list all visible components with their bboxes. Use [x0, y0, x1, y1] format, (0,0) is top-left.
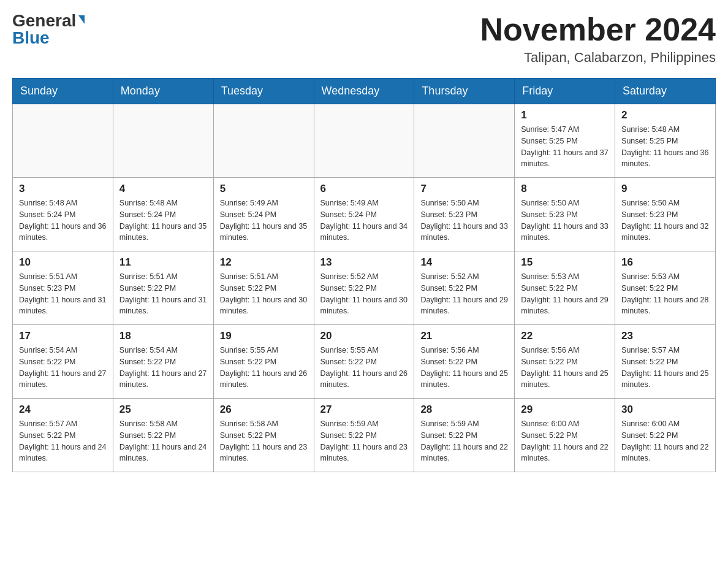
calendar-cell: 5Sunrise: 5:49 AMSunset: 5:24 PMDaylight…	[213, 178, 314, 251]
day-number: 5	[220, 183, 308, 195]
calendar-cell: 12Sunrise: 5:51 AMSunset: 5:22 PMDayligh…	[213, 251, 314, 325]
calendar-cell: 2Sunrise: 5:48 AMSunset: 5:25 PMDaylight…	[615, 104, 716, 178]
day-info: Sunrise: 5:59 AMSunset: 5:22 PMDaylight:…	[420, 418, 508, 464]
day-info: Sunrise: 5:49 AMSunset: 5:24 PMDaylight:…	[220, 197, 308, 243]
calendar-cell	[13, 104, 113, 178]
day-number: 12	[220, 256, 308, 269]
day-info: Sunrise: 5:48 AMSunset: 5:24 PMDaylight:…	[19, 197, 107, 243]
day-info: Sunrise: 5:57 AMSunset: 5:22 PMDaylight:…	[621, 345, 709, 391]
calendar-cell: 6Sunrise: 5:49 AMSunset: 5:24 PMDaylight…	[314, 178, 414, 251]
day-number: 15	[521, 256, 609, 269]
calendar-cell: 27Sunrise: 5:59 AMSunset: 5:22 PMDayligh…	[314, 399, 414, 472]
calendar-table: SundayMondayTuesdayWednesdayThursdayFrid…	[12, 78, 716, 472]
day-info: Sunrise: 5:53 AMSunset: 5:22 PMDaylight:…	[521, 271, 609, 317]
calendar-cell: 19Sunrise: 5:55 AMSunset: 5:22 PMDayligh…	[213, 325, 314, 399]
day-info: Sunrise: 5:53 AMSunset: 5:22 PMDaylight:…	[621, 271, 709, 317]
day-info: Sunrise: 5:58 AMSunset: 5:22 PMDaylight:…	[220, 418, 308, 464]
calendar-cell: 24Sunrise: 5:57 AMSunset: 5:22 PMDayligh…	[13, 399, 113, 472]
week-row: 17Sunrise: 5:54 AMSunset: 5:22 PMDayligh…	[13, 325, 716, 399]
day-number: 10	[19, 256, 107, 269]
day-number: 28	[420, 404, 508, 416]
day-number: 24	[19, 404, 107, 416]
calendar-cell: 3Sunrise: 5:48 AMSunset: 5:24 PMDaylight…	[13, 178, 113, 251]
day-info: Sunrise: 5:51 AMSunset: 5:22 PMDaylight:…	[220, 271, 308, 317]
week-row: 24Sunrise: 5:57 AMSunset: 5:22 PMDayligh…	[13, 399, 716, 472]
calendar-cell: 16Sunrise: 5:53 AMSunset: 5:22 PMDayligh…	[615, 251, 716, 325]
day-number: 21	[420, 330, 508, 342]
calendar-cell: 10Sunrise: 5:51 AMSunset: 5:23 PMDayligh…	[13, 251, 113, 325]
calendar-cell: 28Sunrise: 5:59 AMSunset: 5:22 PMDayligh…	[414, 399, 515, 472]
day-of-week-header: Thursday	[414, 79, 515, 104]
day-of-week-header: Saturday	[615, 79, 716, 104]
day-number: 2	[621, 109, 709, 121]
title-area: November 2024 Talipan, Calabarzon, Phili…	[480, 12, 716, 66]
day-number: 11	[119, 256, 207, 269]
page-header: General Blue November 2024 Talipan, Cala…	[12, 12, 716, 66]
week-row: 10Sunrise: 5:51 AMSunset: 5:23 PMDayligh…	[13, 251, 716, 325]
logo: General Blue	[12, 12, 85, 47]
calendar-cell: 4Sunrise: 5:48 AMSunset: 5:24 PMDaylight…	[113, 178, 213, 251]
day-number: 17	[19, 330, 107, 342]
day-number: 16	[621, 256, 709, 269]
logo-arrow-icon	[78, 15, 85, 24]
day-info: Sunrise: 5:55 AMSunset: 5:22 PMDaylight:…	[320, 345, 408, 391]
day-info: Sunrise: 5:47 AMSunset: 5:25 PMDaylight:…	[521, 124, 609, 170]
day-number: 27	[320, 404, 408, 416]
day-info: Sunrise: 6:00 AMSunset: 5:22 PMDaylight:…	[621, 418, 709, 464]
calendar-cell: 18Sunrise: 5:54 AMSunset: 5:22 PMDayligh…	[113, 325, 213, 399]
day-info: Sunrise: 5:48 AMSunset: 5:25 PMDaylight:…	[621, 124, 709, 170]
calendar-cell: 21Sunrise: 5:56 AMSunset: 5:22 PMDayligh…	[414, 325, 515, 399]
day-info: Sunrise: 5:50 AMSunset: 5:23 PMDaylight:…	[420, 197, 508, 243]
day-info: Sunrise: 5:59 AMSunset: 5:22 PMDaylight:…	[320, 418, 408, 464]
calendar-cell	[113, 104, 213, 178]
calendar-cell: 29Sunrise: 6:00 AMSunset: 5:22 PMDayligh…	[515, 399, 615, 472]
day-info: Sunrise: 6:00 AMSunset: 5:22 PMDaylight:…	[521, 418, 609, 464]
calendar-cell: 1Sunrise: 5:47 AMSunset: 5:25 PMDaylight…	[515, 104, 615, 178]
calendar-cell: 13Sunrise: 5:52 AMSunset: 5:22 PMDayligh…	[314, 251, 414, 325]
month-title: November 2024	[480, 12, 716, 47]
day-number: 18	[119, 330, 207, 342]
calendar-cell: 14Sunrise: 5:52 AMSunset: 5:22 PMDayligh…	[414, 251, 515, 325]
day-of-week-header: Monday	[113, 79, 213, 104]
day-info: Sunrise: 5:49 AMSunset: 5:24 PMDaylight:…	[320, 197, 408, 243]
day-info: Sunrise: 5:50 AMSunset: 5:23 PMDaylight:…	[521, 197, 609, 243]
calendar-cell: 15Sunrise: 5:53 AMSunset: 5:22 PMDayligh…	[515, 251, 615, 325]
calendar-cell: 25Sunrise: 5:58 AMSunset: 5:22 PMDayligh…	[113, 399, 213, 472]
calendar-cell: 22Sunrise: 5:56 AMSunset: 5:22 PMDayligh…	[515, 325, 615, 399]
day-number: 1	[521, 109, 609, 121]
day-number: 8	[521, 183, 609, 195]
day-of-week-header: Friday	[515, 79, 615, 104]
day-of-week-header: Tuesday	[213, 79, 314, 104]
day-info: Sunrise: 5:54 AMSunset: 5:22 PMDaylight:…	[119, 345, 207, 391]
day-info: Sunrise: 5:52 AMSunset: 5:22 PMDaylight:…	[320, 271, 408, 317]
day-info: Sunrise: 5:51 AMSunset: 5:22 PMDaylight:…	[119, 271, 207, 317]
logo-general-text: General	[12, 12, 76, 29]
day-info: Sunrise: 5:52 AMSunset: 5:22 PMDaylight:…	[420, 271, 508, 317]
day-of-week-header: Wednesday	[314, 79, 414, 104]
calendar-cell	[213, 104, 314, 178]
day-number: 22	[521, 330, 609, 342]
logo-blue-text: Blue	[12, 29, 50, 47]
day-info: Sunrise: 5:51 AMSunset: 5:23 PMDaylight:…	[19, 271, 107, 317]
calendar-cell: 11Sunrise: 5:51 AMSunset: 5:22 PMDayligh…	[113, 251, 213, 325]
calendar-cell	[414, 104, 515, 178]
day-info: Sunrise: 5:56 AMSunset: 5:22 PMDaylight:…	[521, 345, 609, 391]
calendar-cell	[314, 104, 414, 178]
calendar-cell: 23Sunrise: 5:57 AMSunset: 5:22 PMDayligh…	[615, 325, 716, 399]
day-info: Sunrise: 5:50 AMSunset: 5:23 PMDaylight:…	[621, 197, 709, 243]
calendar-cell: 20Sunrise: 5:55 AMSunset: 5:22 PMDayligh…	[314, 325, 414, 399]
day-number: 23	[621, 330, 709, 342]
day-number: 14	[420, 256, 508, 269]
day-info: Sunrise: 5:57 AMSunset: 5:22 PMDaylight:…	[19, 418, 107, 464]
day-info: Sunrise: 5:56 AMSunset: 5:22 PMDaylight:…	[420, 345, 508, 391]
day-number: 29	[521, 404, 609, 416]
day-info: Sunrise: 5:58 AMSunset: 5:22 PMDaylight:…	[119, 418, 207, 464]
calendar-cell: 7Sunrise: 5:50 AMSunset: 5:23 PMDaylight…	[414, 178, 515, 251]
day-number: 7	[420, 183, 508, 195]
calendar-header-row: SundayMondayTuesdayWednesdayThursdayFrid…	[13, 79, 716, 104]
day-number: 13	[320, 256, 408, 269]
calendar-cell: 8Sunrise: 5:50 AMSunset: 5:23 PMDaylight…	[515, 178, 615, 251]
day-number: 4	[119, 183, 207, 195]
day-info: Sunrise: 5:55 AMSunset: 5:22 PMDaylight:…	[220, 345, 308, 391]
location-title: Talipan, Calabarzon, Philippines	[480, 50, 716, 66]
